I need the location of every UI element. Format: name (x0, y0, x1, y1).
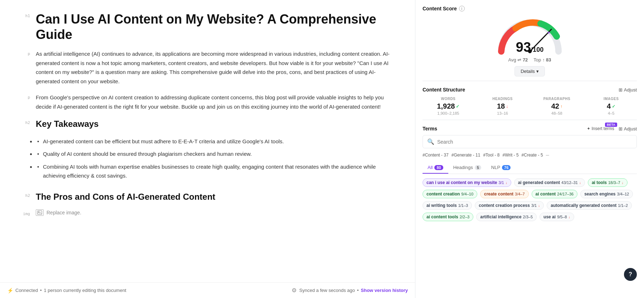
cs-images-range: 4–5 (585, 111, 637, 115)
content-score-info-icon[interactable]: i (459, 6, 465, 11)
term-tag[interactable]: create content 3/4–7 (480, 190, 529, 198)
term-count: 9/5–8 (557, 215, 567, 219)
term-tag[interactable]: ai content 24/17–36 (532, 190, 578, 198)
replace-image-text: Replace image. (47, 210, 81, 215)
p2-text[interactable]: From Google's perspective on AI content … (36, 93, 398, 111)
cs-paragraphs-range: 48–58 (531, 111, 583, 115)
show-version-history-link[interactable]: Show version history (361, 288, 408, 293)
bullet-item[interactable]: AI-generated content can be efficient bu… (36, 137, 398, 146)
terms-grid: can i use ai content on my website 3/1 ↓… (423, 178, 637, 221)
synced-separator: • (357, 288, 359, 293)
tab-all[interactable]: All 80 (423, 162, 448, 174)
arrow-down-icon: ↓ (506, 104, 508, 109)
term-count: 43/12–31 (561, 180, 578, 185)
divider (423, 120, 637, 120)
content-structure-title: Content Structure (423, 87, 465, 93)
h1-label: h1 (17, 11, 30, 18)
settings-button[interactable]: ⚙ (291, 286, 297, 294)
insert-terms-button[interactable]: ✦ Insert terms BETA (587, 126, 614, 131)
filter-chip[interactable]: #Generate - 11 (452, 152, 480, 158)
term-tag[interactable]: automatically generated content 1/1–2 (547, 201, 632, 210)
filter-chip[interactable]: #Tool - 8 (483, 152, 499, 158)
h2-proscons-text[interactable]: The Pros and Cons of AI-Generated Conten… (36, 191, 398, 202)
sidebar: Content Score i (415, 0, 644, 298)
bullets-label (17, 137, 30, 139)
term-tag[interactable]: search engines 3/4–12 (580, 190, 633, 198)
term-tag[interactable]: ai tools 18/3–7 ↓ (588, 178, 628, 187)
term-count: 2/2–3 (460, 215, 470, 219)
term-count: 3/1 (531, 203, 537, 208)
help-button[interactable]: ? (624, 268, 637, 281)
terms-search-box[interactable]: 🔍 (423, 135, 637, 148)
term-tag[interactable]: ai writing tools 1/1–3 (423, 201, 472, 210)
cs-words-range: 1,900–2,185 (423, 111, 474, 115)
term-label: create content (484, 192, 513, 197)
filter-chip[interactable]: #Content - 37 (423, 152, 449, 158)
bullet-item[interactable]: Combining AI tools with human expertise … (36, 162, 398, 180)
terms-tabs: All 80 Headings 5 NLP 76 (423, 162, 637, 174)
bullet-item[interactable]: Quality of AI content should be ensured … (36, 149, 398, 159)
img-label: img (17, 209, 30, 216)
adjust-grid-icon: ⊞ (619, 126, 623, 131)
beta-badge: BETA (605, 123, 617, 127)
details-button[interactable]: Details ▾ (514, 66, 545, 76)
filter-chips: #Content - 37 #Generate - 11 #Tool - 8 #… (423, 152, 637, 158)
content-structure-adjust-button[interactable]: ⊞ Adjust (619, 87, 637, 93)
term-tag[interactable]: artificial intelligence 2/3–5 (476, 213, 537, 221)
term-label: artificial intelligence (480, 214, 521, 219)
bullet-list: AI-generated content can be efficient bu… (36, 137, 398, 184)
score-denom: /100 (531, 46, 543, 53)
tab-headings-badge: 5 (475, 165, 481, 170)
sparkle-icon: ✦ (587, 126, 590, 131)
cs-words-value: 1,928 ✓ (423, 102, 474, 110)
term-count: 9/4–10 (461, 192, 473, 196)
h2-proscons-label: h2 (17, 191, 30, 198)
term-tag[interactable]: use ai 9/5–8 ↓ (540, 213, 574, 221)
term-count: 3/4–12 (617, 192, 629, 196)
term-label: can i use ai content on my website (426, 180, 497, 185)
score-section: Content Score i (423, 6, 637, 76)
img-content[interactable]: Replace image. (36, 209, 398, 216)
editors-text: 1 person currently editing this document (44, 288, 126, 293)
cs-headings-range: 13–16 (477, 111, 528, 115)
term-tag[interactable]: ai content tools 2/2–3 (423, 213, 473, 221)
editor-panel: h1 Can I Use AI Content on My Website? A… (0, 0, 415, 282)
term-label: ai writing tools (426, 203, 457, 208)
bolt-icon: ⚡ (7, 288, 13, 293)
filter-chips-more[interactable]: – (546, 152, 549, 158)
connected-text: Connected (15, 288, 38, 293)
filter-chip[interactable]: #Writ - 5 (502, 152, 518, 158)
p1-text[interactable]: As artificial intelligence (AI) continue… (36, 49, 398, 86)
separator: • (40, 288, 42, 293)
adjust-grid-icon: ⊞ (619, 87, 623, 93)
tab-all-badge: 80 (434, 165, 443, 170)
avg-label: Avg ⇌ 72 (508, 57, 528, 63)
h1-text[interactable]: Can I Use AI Content on My Website? A Co… (36, 11, 398, 42)
tab-headings[interactable]: Headings 5 (448, 162, 486, 174)
term-tag[interactable]: can i use ai content on my website 3/1 ↓ (423, 178, 511, 187)
terms-search-input[interactable] (437, 139, 632, 145)
cs-paragraphs: PARAGRAPHS 42 ↑ 48–58 (531, 97, 583, 115)
term-tag[interactable]: ai generated content 43/12–31 ↓ (514, 178, 585, 187)
term-count: 3/1 (498, 180, 504, 185)
terms-adjust-button[interactable]: ⊞ Adjust (619, 126, 637, 131)
term-tag[interactable]: content creation 9/4–10 (423, 190, 477, 198)
cs-headings-value: 18 ↓ (477, 102, 528, 110)
term-count: 2/3–5 (523, 215, 533, 219)
score-overlay: 93/100 (516, 40, 543, 55)
h1-block: h1 Can I Use AI Content on My Website? A… (17, 11, 398, 42)
term-tag[interactable]: content creation process 3/1 ↓ (475, 201, 544, 210)
arrow-down-icon: ↓ (569, 215, 570, 219)
h2-takeaways-text[interactable]: Key Takeaways (36, 118, 398, 129)
h2-takeaways-label: h2 (17, 118, 30, 125)
tab-nlp[interactable]: NLP 76 (486, 162, 516, 174)
filter-chip[interactable]: #Create - 5 (522, 152, 543, 158)
content-structure-section: Content Structure ⊞ Adjust WORDS 1,928 ✓… (423, 87, 637, 115)
term-count: 3/4–7 (515, 192, 525, 196)
status-left: ⚡ Connected • 1 person currently editing… (7, 288, 126, 293)
terms-title: Terms (423, 126, 437, 131)
arrow-up-icon: ↑ (560, 104, 562, 109)
term-count: 24/17–36 (557, 192, 574, 196)
term-count: 1/1–3 (458, 203, 468, 208)
terms-section: Terms ✦ Insert terms BETA ⊞ Adjust (423, 126, 637, 221)
